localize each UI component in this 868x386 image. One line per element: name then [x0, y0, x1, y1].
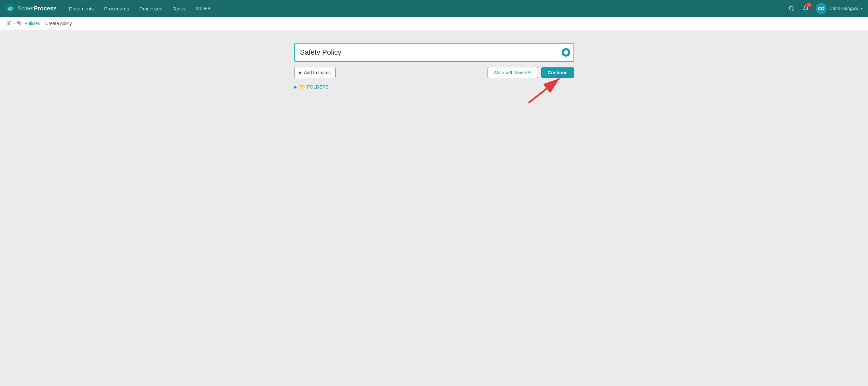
main-content: ▶ Add to teams Write with SweetAI Contin…: [0, 30, 868, 386]
nav-right: 11 CO Chris Odogwu ▾: [787, 3, 863, 14]
top-navigation: SweetProcess Documents Procedures Proces…: [0, 0, 868, 17]
action-buttons: Write with SweetAI Continue: [488, 67, 574, 78]
svg-line-3: [793, 10, 795, 11]
add-to-teams-label: Add to teams: [304, 70, 331, 75]
write-sweetai-button[interactable]: Write with SweetAI: [488, 67, 538, 78]
user-menu-chevron: ▾: [861, 6, 863, 11]
folder-icon: 📁: [299, 84, 305, 90]
notifications-button[interactable]: 11: [801, 4, 810, 13]
svg-point-2: [789, 6, 794, 10]
folders-row[interactable]: ▶ 📁 FOLDERS: [294, 84, 574, 90]
add-to-teams-button[interactable]: ▶ Add to teams: [294, 67, 336, 78]
nav-documents[interactable]: Documents: [64, 3, 98, 14]
title-input-wrapper: [294, 43, 574, 62]
user-name: Chris Odogwu: [829, 6, 858, 11]
logo[interactable]: SweetProcess: [5, 3, 57, 14]
svg-point-1: [11, 6, 12, 7]
grammarly-icon[interactable]: [562, 48, 570, 57]
breadcrumb-home[interactable]: [6, 20, 12, 26]
search-button[interactable]: [787, 4, 796, 13]
logo-process: Process: [34, 5, 57, 12]
add-teams-chevron: ▶: [299, 70, 302, 75]
breadcrumb-sep-1: ›: [14, 21, 15, 26]
nav-processes[interactable]: Processes: [135, 3, 167, 14]
breadcrumb-current: Create policy: [45, 21, 72, 26]
continue-button[interactable]: Continue: [541, 67, 574, 78]
policies-icon: 🪁: [17, 21, 23, 26]
folders-label: FOLDERS: [307, 84, 329, 90]
create-policy-form: ▶ Add to teams Write with SweetAI Contin…: [294, 43, 574, 90]
breadcrumb-sep-2: ›: [42, 21, 43, 26]
actions-row: ▶ Add to teams Write with SweetAI Contin…: [294, 67, 574, 78]
breadcrumb: › 🪁 Policies › Create policy: [0, 17, 868, 30]
nav-links: Documents Procedures Processes Tasks Mor…: [64, 3, 787, 14]
user-menu[interactable]: CO Chris Odogwu ▾: [815, 3, 863, 14]
arrow-annotation: [294, 90, 574, 116]
nav-more[interactable]: More ▾: [191, 3, 215, 14]
nav-procedures[interactable]: Procedures: [100, 3, 134, 14]
logo-sweet: Sweet: [18, 5, 34, 12]
folders-chevron: ▶: [294, 85, 297, 89]
breadcrumb-policies[interactable]: 🪁 Policies: [17, 21, 40, 26]
user-avatar: CO: [815, 3, 827, 14]
nav-tasks[interactable]: Tasks: [168, 3, 190, 14]
bell-badge: 11: [806, 3, 812, 7]
policy-title-input[interactable]: [294, 43, 574, 62]
